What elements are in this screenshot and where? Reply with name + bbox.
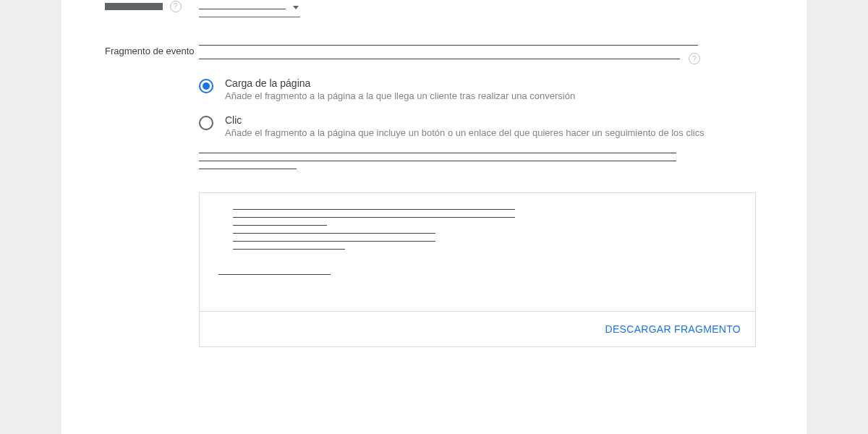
top-field-label: ? [105,0,199,12]
radio-desc: Añade el fragmento a la página a la que … [225,90,575,101]
radio-button-icon [199,79,213,93]
code-snippet-box: DESCARGAR FRAGMENTO [199,192,756,347]
instruction-text-redacted [199,153,763,169]
download-snippet-button[interactable]: DESCARGAR FRAGMENTO [605,323,741,335]
code-line-redacted [233,217,515,218]
radio-title: Carga de la página [225,77,575,89]
chevron-down-icon [293,6,299,9]
redacted-label-bar [105,3,163,10]
radio-title: Clic [225,114,705,126]
help-icon[interactable]: ? [170,1,182,12]
radio-desc: Añade el fragmento a la página que inclu… [225,127,705,138]
dropdown-value-redacted [199,9,286,9]
top-field-content [199,0,763,17]
radio-page-load[interactable]: Carga de la página Añade el fragmento a … [199,77,763,101]
snippet-type-radio-group: Carga de la página Añade el fragmento a … [199,77,763,138]
code-line-redacted [233,225,327,226]
help-icon[interactable]: ? [689,53,700,64]
code-line-redacted [233,241,435,242]
settings-card: ? Fragmento de evento ? [61,0,807,434]
code-line-redacted [233,209,515,210]
event-snippet-row: Fragmento de evento ? Carga de la pági [61,45,807,347]
code-snippet-footer: DESCARGAR FRAGMENTO [200,311,755,346]
event-snippet-content: ? Carga de la página Añade el fragmento … [199,45,763,347]
code-snippet-body[interactable] [200,193,755,311]
radio-button-icon [199,116,213,130]
code-line-redacted [218,274,331,275]
code-line-redacted [233,233,435,234]
top-field-row: ? [61,0,807,17]
event-snippet-label-col: Fragmento de evento [105,45,199,347]
top-dropdown[interactable] [199,0,300,17]
radio-click[interactable]: Clic Añade el fragmento a la página que … [199,114,763,138]
code-line-redacted [233,249,345,250]
intro-text-redacted: ? [199,45,763,64]
event-snippet-label: Fragmento de evento [105,45,199,58]
